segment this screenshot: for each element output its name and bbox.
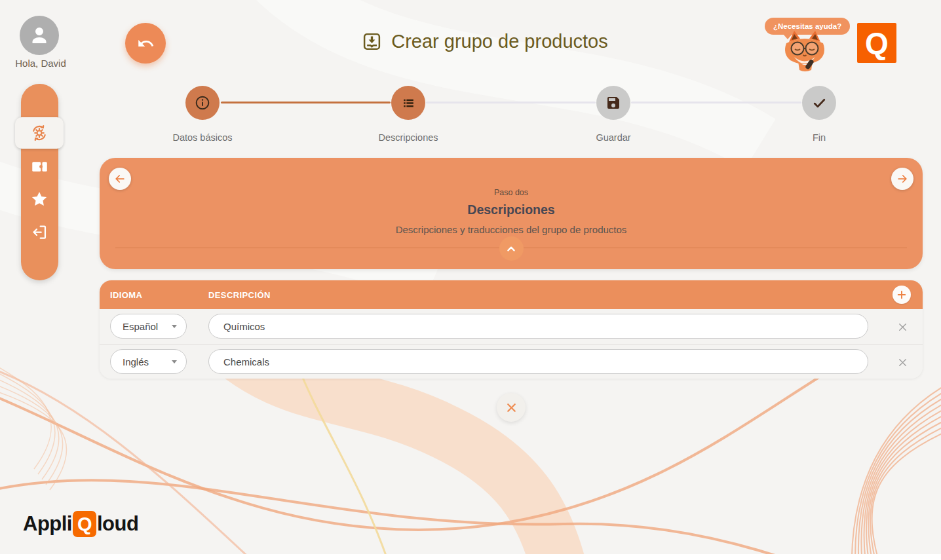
description-input[interactable]	[208, 349, 868, 374]
user-greeting: Hola, David	[0, 58, 81, 69]
list-icon	[400, 95, 417, 111]
ticket-icon	[31, 158, 48, 176]
logo-q-badge: Q	[73, 511, 96, 537]
logo-suffix: loud	[97, 512, 138, 536]
language-select-value: Español	[123, 321, 158, 332]
plus-icon	[896, 289, 908, 301]
person-icon	[28, 24, 51, 47]
chevron-up-icon	[504, 242, 518, 256]
banner-next-button[interactable]	[891, 168, 913, 190]
create-group-icon	[362, 31, 382, 52]
info-icon	[194, 94, 211, 111]
banner-prev-button[interactable]	[109, 168, 131, 190]
add-row-button[interactable]	[893, 286, 911, 304]
page-title: Crear grupo de productos	[157, 31, 813, 52]
delete-row-button[interactable]	[893, 353, 912, 371]
stepper-step-guardar: Guardar	[554, 86, 672, 143]
language-select[interactable]: Inglés	[110, 349, 187, 374]
save-icon	[605, 95, 621, 111]
language-select[interactable]: Español	[110, 314, 187, 339]
step-label: Guardar	[596, 132, 630, 143]
step-label: Fin	[813, 132, 826, 143]
step-descripciones-circle[interactable]	[391, 86, 425, 120]
logo-prefix: Appli	[23, 512, 72, 536]
stepper-step-descripciones: Descripciones	[349, 86, 467, 143]
banner-collapse-button[interactable]	[499, 236, 524, 261]
chevron-down-icon	[172, 360, 177, 364]
brand-logo: Q	[857, 23, 896, 63]
app-window: Hola, David Crear grupo de productos ¿Ne…	[0, 0, 941, 560]
table-row: Español	[100, 309, 923, 344]
step-label: Datos básicos	[172, 132, 232, 143]
logout-icon	[31, 223, 48, 241]
step-datos-basicos-circle[interactable]	[185, 86, 220, 120]
step-fin-circle[interactable]	[802, 86, 836, 120]
arrow-left-icon	[113, 172, 126, 185]
column-header-descripcion: DESCRIPCIÓN	[208, 290, 271, 300]
descriptions-table: IDIOMA DESCRIPCIÓN Español	[100, 280, 923, 379]
sidebar-item-process-settings[interactable]	[15, 117, 64, 149]
bottom-strip	[0, 554, 941, 560]
delete-row-button[interactable]	[893, 318, 912, 336]
sidebar-item-tickets[interactable]	[29, 157, 49, 176]
undo-icon	[137, 35, 155, 52]
sidebar-item-logout[interactable]	[29, 222, 49, 242]
column-header-idioma: IDIOMA	[110, 290, 142, 300]
step-banner: Paso dos Descripciones Descripciones y t…	[100, 158, 923, 269]
banner-subtitle: Descripciones y traducciones del grupo d…	[100, 224, 923, 235]
cancel-button[interactable]	[497, 393, 526, 422]
check-icon	[811, 94, 828, 112]
close-icon	[896, 321, 909, 333]
star-icon	[30, 190, 48, 208]
process-settings-icon	[30, 124, 48, 142]
table-header: IDIOMA DESCRIPCIÓN	[100, 280, 923, 309]
close-icon	[896, 356, 909, 369]
page-title-text: Crear grupo de productos	[391, 31, 607, 52]
fox-mascot[interactable]	[778, 29, 831, 72]
banner-title: Descripciones	[100, 202, 923, 217]
appliqloud-logo: Appli Q loud	[23, 511, 138, 537]
stepper-step-fin: Fin	[760, 86, 878, 143]
user-avatar[interactable]	[20, 16, 59, 55]
banner-step-label: Paso dos	[100, 188, 923, 197]
table-row: Inglés	[100, 344, 923, 379]
arrow-right-icon	[896, 172, 909, 185]
stepper-step-datos-basicos: Datos básicos	[144, 86, 261, 143]
step-label: Descripciones	[378, 132, 438, 143]
sidebar	[21, 84, 58, 280]
sidebar-item-favorites[interactable]	[29, 189, 49, 209]
close-icon	[505, 401, 518, 415]
description-input[interactable]	[208, 314, 868, 339]
step-guardar-circle[interactable]	[596, 86, 630, 120]
language-select-value: Inglés	[123, 356, 149, 367]
chevron-down-icon	[172, 325, 177, 328]
table-body: Español Inglés	[100, 309, 923, 379]
